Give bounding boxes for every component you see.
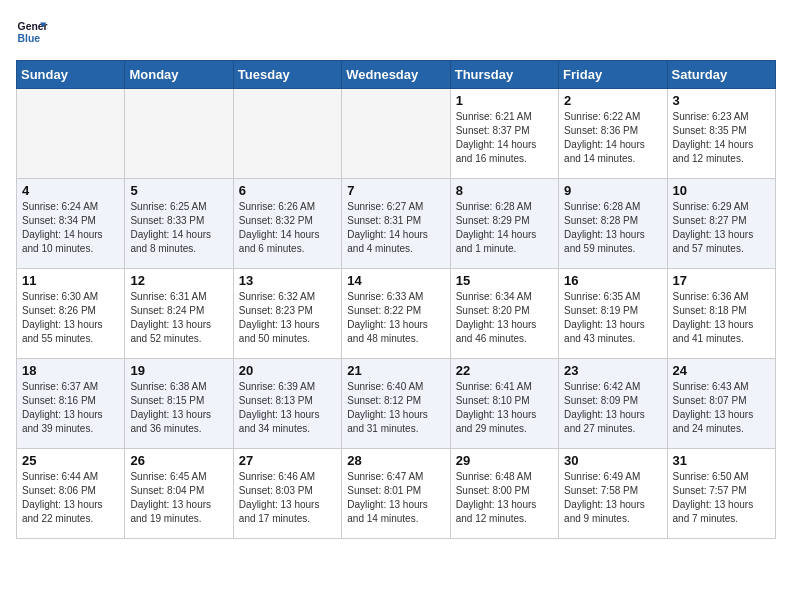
calendar-cell: 27Sunrise: 6:46 AM Sunset: 8:03 PM Dayli… (233, 449, 341, 539)
day-info: Sunrise: 6:47 AM Sunset: 8:01 PM Dayligh… (347, 470, 444, 526)
day-number: 7 (347, 183, 444, 198)
weekday-header: Thursday (450, 61, 558, 89)
day-number: 17 (673, 273, 770, 288)
calendar-cell: 6Sunrise: 6:26 AM Sunset: 8:32 PM Daylig… (233, 179, 341, 269)
day-number: 16 (564, 273, 661, 288)
day-info: Sunrise: 6:38 AM Sunset: 8:15 PM Dayligh… (130, 380, 227, 436)
day-info: Sunrise: 6:33 AM Sunset: 8:22 PM Dayligh… (347, 290, 444, 346)
day-number: 13 (239, 273, 336, 288)
day-number: 3 (673, 93, 770, 108)
day-info: Sunrise: 6:48 AM Sunset: 8:00 PM Dayligh… (456, 470, 553, 526)
day-number: 12 (130, 273, 227, 288)
calendar-week-row: 18Sunrise: 6:37 AM Sunset: 8:16 PM Dayli… (17, 359, 776, 449)
calendar-cell: 5Sunrise: 6:25 AM Sunset: 8:33 PM Daylig… (125, 179, 233, 269)
day-number: 25 (22, 453, 119, 468)
weekday-header-row: SundayMondayTuesdayWednesdayThursdayFrid… (17, 61, 776, 89)
day-number: 1 (456, 93, 553, 108)
day-number: 10 (673, 183, 770, 198)
calendar-cell: 19Sunrise: 6:38 AM Sunset: 8:15 PM Dayli… (125, 359, 233, 449)
day-info: Sunrise: 6:27 AM Sunset: 8:31 PM Dayligh… (347, 200, 444, 256)
weekday-header: Monday (125, 61, 233, 89)
calendar-week-row: 4Sunrise: 6:24 AM Sunset: 8:34 PM Daylig… (17, 179, 776, 269)
calendar-cell: 26Sunrise: 6:45 AM Sunset: 8:04 PM Dayli… (125, 449, 233, 539)
day-number: 9 (564, 183, 661, 198)
calendar-week-row: 25Sunrise: 6:44 AM Sunset: 8:06 PM Dayli… (17, 449, 776, 539)
calendar-cell: 21Sunrise: 6:40 AM Sunset: 8:12 PM Dayli… (342, 359, 450, 449)
day-info: Sunrise: 6:45 AM Sunset: 8:04 PM Dayligh… (130, 470, 227, 526)
calendar-cell (233, 89, 341, 179)
day-number: 27 (239, 453, 336, 468)
weekday-header: Sunday (17, 61, 125, 89)
day-number: 15 (456, 273, 553, 288)
day-number: 2 (564, 93, 661, 108)
day-number: 4 (22, 183, 119, 198)
day-info: Sunrise: 6:29 AM Sunset: 8:27 PM Dayligh… (673, 200, 770, 256)
day-number: 21 (347, 363, 444, 378)
calendar-cell: 28Sunrise: 6:47 AM Sunset: 8:01 PM Dayli… (342, 449, 450, 539)
day-info: Sunrise: 6:24 AM Sunset: 8:34 PM Dayligh… (22, 200, 119, 256)
day-info: Sunrise: 6:32 AM Sunset: 8:23 PM Dayligh… (239, 290, 336, 346)
day-number: 5 (130, 183, 227, 198)
day-number: 30 (564, 453, 661, 468)
day-info: Sunrise: 6:26 AM Sunset: 8:32 PM Dayligh… (239, 200, 336, 256)
day-info: Sunrise: 6:41 AM Sunset: 8:10 PM Dayligh… (456, 380, 553, 436)
day-info: Sunrise: 6:50 AM Sunset: 7:57 PM Dayligh… (673, 470, 770, 526)
day-number: 22 (456, 363, 553, 378)
calendar-cell: 17Sunrise: 6:36 AM Sunset: 8:18 PM Dayli… (667, 269, 775, 359)
day-info: Sunrise: 6:37 AM Sunset: 8:16 PM Dayligh… (22, 380, 119, 436)
day-number: 29 (456, 453, 553, 468)
calendar-week-row: 1Sunrise: 6:21 AM Sunset: 8:37 PM Daylig… (17, 89, 776, 179)
day-number: 14 (347, 273, 444, 288)
calendar-cell: 18Sunrise: 6:37 AM Sunset: 8:16 PM Dayli… (17, 359, 125, 449)
weekday-header: Wednesday (342, 61, 450, 89)
calendar-cell: 31Sunrise: 6:50 AM Sunset: 7:57 PM Dayli… (667, 449, 775, 539)
calendar-cell: 22Sunrise: 6:41 AM Sunset: 8:10 PM Dayli… (450, 359, 558, 449)
calendar-cell: 14Sunrise: 6:33 AM Sunset: 8:22 PM Dayli… (342, 269, 450, 359)
calendar-cell: 20Sunrise: 6:39 AM Sunset: 8:13 PM Dayli… (233, 359, 341, 449)
calendar-cell: 16Sunrise: 6:35 AM Sunset: 8:19 PM Dayli… (559, 269, 667, 359)
day-info: Sunrise: 6:25 AM Sunset: 8:33 PM Dayligh… (130, 200, 227, 256)
day-info: Sunrise: 6:35 AM Sunset: 8:19 PM Dayligh… (564, 290, 661, 346)
day-info: Sunrise: 6:28 AM Sunset: 8:29 PM Dayligh… (456, 200, 553, 256)
day-info: Sunrise: 6:39 AM Sunset: 8:13 PM Dayligh… (239, 380, 336, 436)
calendar-cell: 29Sunrise: 6:48 AM Sunset: 8:00 PM Dayli… (450, 449, 558, 539)
page-header: General Blue (16, 16, 776, 48)
calendar-cell: 15Sunrise: 6:34 AM Sunset: 8:20 PM Dayli… (450, 269, 558, 359)
day-number: 6 (239, 183, 336, 198)
day-info: Sunrise: 6:22 AM Sunset: 8:36 PM Dayligh… (564, 110, 661, 166)
logo: General Blue (16, 16, 48, 48)
day-info: Sunrise: 6:30 AM Sunset: 8:26 PM Dayligh… (22, 290, 119, 346)
calendar-body: 1Sunrise: 6:21 AM Sunset: 8:37 PM Daylig… (17, 89, 776, 539)
calendar-cell: 1Sunrise: 6:21 AM Sunset: 8:37 PM Daylig… (450, 89, 558, 179)
day-info: Sunrise: 6:23 AM Sunset: 8:35 PM Dayligh… (673, 110, 770, 166)
day-number: 19 (130, 363, 227, 378)
calendar-cell: 24Sunrise: 6:43 AM Sunset: 8:07 PM Dayli… (667, 359, 775, 449)
day-info: Sunrise: 6:46 AM Sunset: 8:03 PM Dayligh… (239, 470, 336, 526)
day-info: Sunrise: 6:43 AM Sunset: 8:07 PM Dayligh… (673, 380, 770, 436)
calendar-cell: 30Sunrise: 6:49 AM Sunset: 7:58 PM Dayli… (559, 449, 667, 539)
calendar-cell: 10Sunrise: 6:29 AM Sunset: 8:27 PM Dayli… (667, 179, 775, 269)
day-info: Sunrise: 6:31 AM Sunset: 8:24 PM Dayligh… (130, 290, 227, 346)
weekday-header: Saturday (667, 61, 775, 89)
day-number: 8 (456, 183, 553, 198)
weekday-header: Tuesday (233, 61, 341, 89)
day-number: 24 (673, 363, 770, 378)
calendar-cell: 7Sunrise: 6:27 AM Sunset: 8:31 PM Daylig… (342, 179, 450, 269)
day-number: 23 (564, 363, 661, 378)
day-info: Sunrise: 6:28 AM Sunset: 8:28 PM Dayligh… (564, 200, 661, 256)
calendar-cell: 25Sunrise: 6:44 AM Sunset: 8:06 PM Dayli… (17, 449, 125, 539)
calendar-week-row: 11Sunrise: 6:30 AM Sunset: 8:26 PM Dayli… (17, 269, 776, 359)
calendar-cell: 23Sunrise: 6:42 AM Sunset: 8:09 PM Dayli… (559, 359, 667, 449)
day-info: Sunrise: 6:42 AM Sunset: 8:09 PM Dayligh… (564, 380, 661, 436)
day-number: 11 (22, 273, 119, 288)
calendar-cell: 11Sunrise: 6:30 AM Sunset: 8:26 PM Dayli… (17, 269, 125, 359)
calendar-table: SundayMondayTuesdayWednesdayThursdayFrid… (16, 60, 776, 539)
calendar-cell (125, 89, 233, 179)
day-info: Sunrise: 6:34 AM Sunset: 8:20 PM Dayligh… (456, 290, 553, 346)
calendar-cell: 8Sunrise: 6:28 AM Sunset: 8:29 PM Daylig… (450, 179, 558, 269)
calendar-cell: 4Sunrise: 6:24 AM Sunset: 8:34 PM Daylig… (17, 179, 125, 269)
calendar-cell: 9Sunrise: 6:28 AM Sunset: 8:28 PM Daylig… (559, 179, 667, 269)
svg-text:Blue: Blue (18, 33, 41, 44)
logo-icon: General Blue (16, 16, 48, 48)
day-info: Sunrise: 6:21 AM Sunset: 8:37 PM Dayligh… (456, 110, 553, 166)
